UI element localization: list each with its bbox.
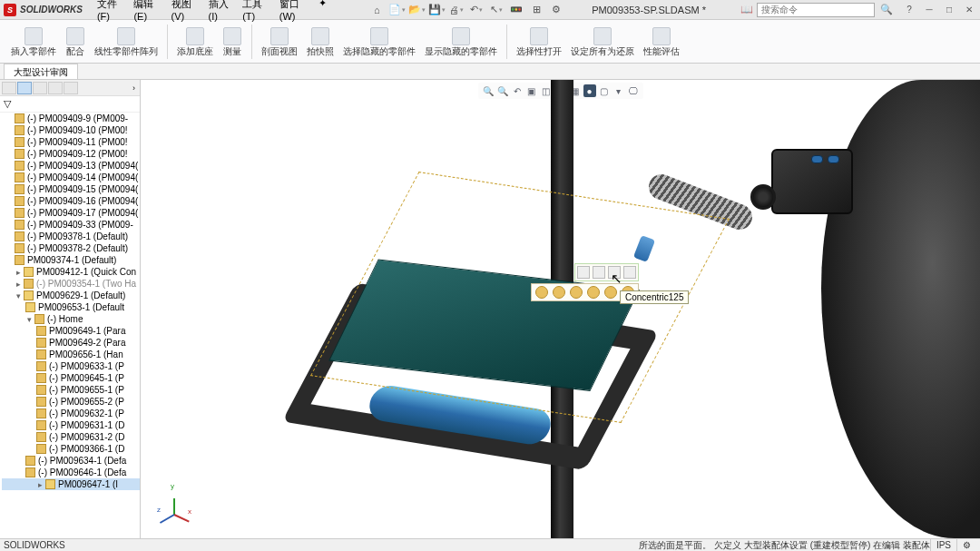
menu-file[interactable]: 文件(F)	[92, 0, 129, 24]
ribbon-配合[interactable]: 配合	[62, 25, 89, 58]
tree-item[interactable]: ▸PM009647-1 (I	[2, 478, 140, 490]
ribbon-测量[interactable]: 测量	[219, 25, 246, 58]
tree-item[interactable]: PM009653-1 (Default	[2, 301, 140, 313]
settings-icon[interactable]: ⚙	[548, 2, 564, 18]
open-icon[interactable]: 📂	[408, 2, 425, 18]
print-icon[interactable]: 🖨	[448, 2, 465, 18]
tree-item[interactable]: (-) PM009409-13 (PM0094(	[2, 160, 140, 172]
tree-item-label: (-) PM009409-17 (PM0094(	[27, 208, 138, 218]
save-icon[interactable]: 💾	[428, 2, 445, 18]
tree-filter[interactable]: ▽	[0, 96, 140, 113]
tree-item[interactable]: ▸(-) PM009354-1 (Two Ha	[2, 278, 140, 290]
panel-expand-icon[interactable]: ›	[130, 84, 138, 93]
tree-item[interactable]: (-) PM009632-1 (P	[2, 408, 140, 419]
ribbon-剖面视图[interactable]: 剖面视图	[258, 25, 301, 58]
ctx-zoom-selection-icon[interactable]	[577, 266, 590, 279]
status-gear-icon[interactable]: ⚙	[956, 539, 976, 551]
ribbon-添加底座[interactable]: 添加底座	[173, 25, 217, 58]
orientation-triad[interactable]: y x z	[155, 484, 191, 520]
tree-item[interactable]: (-) PM009634-1 (Defa	[2, 455, 140, 467]
rebuild-icon[interactable]: 🚥	[508, 2, 524, 18]
ribbon-设定所有为还原[interactable]: 设定所有为还原	[567, 25, 638, 58]
ribbon-性能评估[interactable]: 性能评估	[640, 25, 683, 58]
menu-window[interactable]: 窗口(W)	[274, 0, 313, 24]
ribbon-label: 插入零部件	[11, 46, 56, 56]
ctx-isolate-icon[interactable]	[623, 266, 636, 279]
tree-item-label: (-) PM009634-1 (Defa	[38, 456, 126, 466]
tree-item[interactable]: (-) PM009378-2 (Default)	[2, 242, 140, 254]
ribbon-线性零部件阵列[interactable]: 线性零部件阵列	[91, 25, 162, 58]
undo-icon[interactable]: ↶	[468, 2, 485, 18]
menu-star[interactable]: ✦	[313, 0, 332, 24]
options-icon[interactable]: ⊞	[528, 2, 544, 18]
tree-expand-icon[interactable]: ▸	[15, 280, 23, 289]
tree-item[interactable]: PM009656-1 (Han	[2, 349, 140, 360]
ribbon-选择隐藏的零部件[interactable]: 选择隐藏的零部件	[339, 25, 419, 58]
ribbon-插入零部件[interactable]: 插入零部件	[7, 25, 60, 58]
tree-item[interactable]: PM009649-2 (Para	[2, 337, 140, 349]
tree-item[interactable]: (-) PM009631-2 (D	[2, 431, 140, 443]
tree-item[interactable]: (-) PM009409-10 (PM00!	[2, 124, 140, 136]
tree-expand-icon[interactable]: ▸	[15, 268, 23, 277]
tree-item[interactable]: (-) PM009409-16 (PM0094(	[2, 195, 140, 207]
menu-view[interactable]: 视图(V)	[166, 0, 203, 24]
tree-item[interactable]: (-) PM009409-14 (PM0094(	[2, 172, 140, 183]
graphics-viewport[interactable]: 🔍 🔍 ↶ ▣ ◫ ◧ ▦ ● ▢ ▾ 🖵	[141, 80, 980, 538]
tree-item[interactable]: (-) PM009631-1 (D	[2, 419, 140, 431]
mate-tangent-icon[interactable]	[587, 286, 600, 299]
tree-item[interactable]: (-) PM009645-1 (P	[2, 372, 140, 384]
search-input[interactable]	[757, 3, 875, 17]
mate-concentric-icon[interactable]	[604, 286, 617, 299]
tree-item[interactable]: (-) PM009409-15 (PM0094(	[2, 183, 140, 195]
tree-item[interactable]: (-) PM009655-1 (P	[2, 384, 140, 396]
tree-item[interactable]: (-) PM009409-17 (PM0094(	[2, 207, 140, 219]
mate-coincident-icon[interactable]	[535, 286, 548, 299]
restore-icon[interactable]: □	[942, 3, 956, 17]
tree-item[interactable]: (-) PM009409-9 (PM009-	[2, 113, 140, 124]
tree-item[interactable]: (-) PM009409-11 (PM00!	[2, 136, 140, 148]
tree-item-label: (-) PM009378-1 (Default)	[27, 231, 128, 241]
ctx-normal-to-icon[interactable]	[593, 266, 605, 279]
ribbon-显示隐藏的零部件[interactable]: 显示隐藏的零部件	[421, 25, 501, 58]
panel-tab-display[interactable]	[48, 82, 63, 94]
search-icon[interactable]: 🔍	[878, 2, 895, 18]
mate-perpendicular-icon[interactable]	[570, 286, 583, 299]
tree-item[interactable]: (-) PM009366-1 (D	[2, 443, 140, 455]
menu-edit[interactable]: 编辑(E)	[128, 0, 165, 24]
ctx-hide-icon[interactable]	[608, 266, 621, 279]
tree-expand-icon[interactable]: ▸	[36, 480, 44, 489]
tree-item[interactable]: (-) PM009409-12 (PM00!	[2, 148, 140, 160]
tree-item[interactable]: PM009374-1 (Default)	[2, 254, 140, 266]
tree-item[interactable]: (-) PM009633-1 (P	[2, 360, 140, 372]
ribbon-拍快照[interactable]: 拍快照	[303, 25, 338, 58]
tree-item[interactable]: ▾PM009629-1 (Default)	[2, 290, 140, 301]
tree-item[interactable]: (-) PM009378-1 (Default)	[2, 231, 140, 242]
mate-parallel-icon[interactable]	[553, 286, 565, 299]
tree-item[interactable]: (-) PM009646-1 (Defa	[2, 467, 140, 478]
tree-item[interactable]: (-) PM009655-2 (P	[2, 396, 140, 408]
menu-tools[interactable]: 工具(T)	[237, 0, 274, 24]
tree-item-label: (-) PM009646-1 (Defa	[38, 467, 126, 477]
tree-item[interactable]: ▸PM009412-1 (Quick Con	[2, 266, 140, 278]
feature-tree: (-) PM009409-9 (PM009-(-) PM009409-10 (P…	[0, 113, 140, 538]
menu-insert[interactable]: 插入(I)	[203, 0, 238, 24]
tree-item[interactable]: ▾(-) Home	[2, 313, 140, 325]
panel-tab-other[interactable]	[64, 82, 78, 94]
tree-item[interactable]: (-) PM009409-33 (PM009-	[2, 219, 140, 231]
ribbon-选择性打开[interactable]: 选择性打开	[513, 25, 565, 58]
tab-large-design-review[interactable]: 大型设计审阅	[4, 64, 78, 79]
tree-expand-icon[interactable]: ▾	[25, 315, 34, 324]
part-icon	[24, 290, 34, 300]
help-icon[interactable]: ?	[902, 3, 916, 17]
new-icon[interactable]: 📄	[388, 2, 405, 18]
panel-tab-property[interactable]	[33, 82, 47, 94]
select-icon[interactable]: ↖	[488, 2, 505, 18]
panel-tab-feature-tree[interactable]	[17, 82, 32, 94]
tree-item-label: PM009656-1 (Han	[49, 349, 123, 359]
home-icon[interactable]: ⌂	[368, 2, 385, 18]
minimize-icon[interactable]: ─	[922, 3, 936, 17]
tree-item[interactable]: PM009649-1 (Para	[2, 325, 140, 337]
panel-tab-config[interactable]	[2, 82, 16, 94]
tree-expand-icon[interactable]: ▾	[15, 291, 23, 300]
close-icon[interactable]: ✕	[962, 3, 976, 17]
